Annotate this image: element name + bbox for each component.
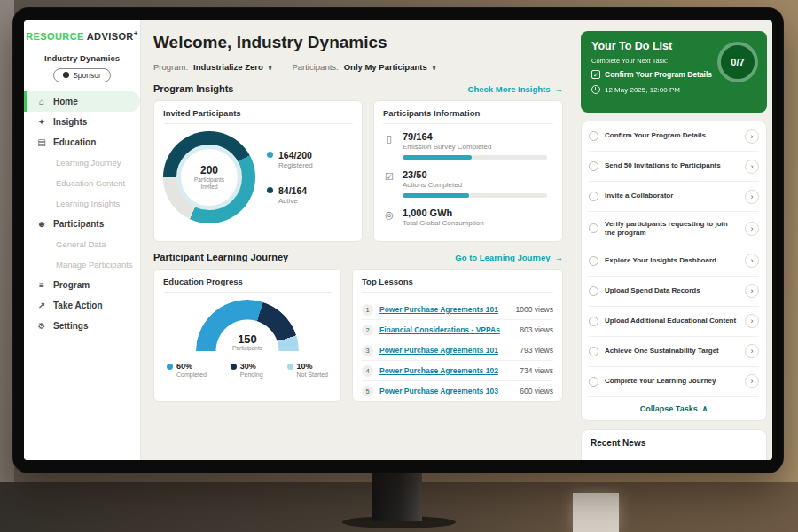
legend-text: 30% Pending — [240, 362, 263, 378]
consumption-icon: ◎ — [383, 209, 395, 221]
sidebar-item-learning-journey[interactable]: Learning Journey — [24, 153, 140, 173]
lesson-rank-badge: 5 — [362, 386, 373, 397]
sidebar-item-label: Education — [53, 137, 96, 147]
task-checkbox[interactable] — [589, 161, 598, 171]
donut-legend: 164/200 Registered 84/164 Active — [267, 150, 313, 205]
lesson-title-link[interactable]: Power Purchase Agreements 101 — [379, 305, 509, 314]
todo-due-date: 12 May 2025, 12:00 PM — [591, 85, 756, 94]
chevron-right-icon[interactable]: › — [745, 160, 759, 174]
legend-text: 164/200 Registered — [278, 150, 313, 169]
lesson-title-link[interactable]: Financial Considerations - VPPAs — [379, 325, 513, 334]
lesson-views: 1000 views — [515, 305, 553, 314]
todo-task-row[interactable]: Achieve One Sustainability Target › — [589, 337, 759, 367]
sidebar-item-manage-participants[interactable]: Manage Participants — [24, 254, 140, 275]
lessons-list: 1 Power Purchase Agreements 101 1000 vie… — [362, 300, 553, 401]
sidebar-item-education[interactable]: ▤ Education — [24, 132, 140, 153]
top-lessons-card: Top Lessons 1 Power Purchase Agreements … — [352, 269, 563, 402]
sidebar-item-general-data[interactable]: General Data — [24, 234, 140, 254]
legend-item: 164/200 Registered — [267, 150, 313, 169]
sidebar: RESOURCEADVISOR+ Industry Dynamics Spons… — [24, 20, 141, 460]
task-checkbox[interactable] — [589, 347, 598, 356]
stat-row: ▯ 79/164 Emission Survey Completed — [383, 131, 553, 160]
sidebar-item-label: Settings — [53, 321, 88, 331]
sponsor-badge[interactable]: Sponsor — [53, 68, 111, 82]
sidebar-item-label: General Data — [56, 239, 106, 249]
task-checkbox[interactable] — [589, 317, 598, 326]
page-title: Welcome, Industry Dynamics — [153, 33, 563, 52]
todo-next-task[interactable]: ✓ Confirm Your Program Details — [591, 70, 720, 79]
donut-center: 200 Participants Invited — [176, 145, 242, 210]
todo-task-row[interactable]: Verify participants requesting to join t… — [589, 212, 759, 246]
sidebar-item-participants[interactable]: ☻ Participants — [24, 214, 140, 234]
todo-task-row[interactable]: Upload Spend Data Records › — [589, 277, 759, 307]
gauge-center-label: Participants — [196, 345, 299, 351]
sidebar-item-education-content[interactable]: Education Content — [24, 173, 140, 193]
collapse-label: Collapse Tasks — [640, 404, 698, 413]
main-content: Welcome, Industry Dynamics Program: Indu… — [141, 20, 575, 460]
stat-progress-bar — [403, 155, 547, 160]
sidebar-item-home[interactable]: ⌂ Home — [24, 91, 140, 112]
go-to-learning-journey-link[interactable]: Go to Learning Journey → — [455, 253, 563, 262]
learning-cards-row: Education Progress 150 Participants — [153, 269, 563, 402]
lesson-title-link[interactable]: Power Purchase Agreements 103 — [379, 387, 513, 395]
program-filter-dropdown[interactable]: Industrialize Zero ∨ — [193, 62, 272, 72]
program-insights-header: Program Insights Check More Insights → — [153, 83, 563, 94]
logo-primary: RESOURCE — [26, 31, 84, 42]
invited-participants-card: Invited Participants 200 Participants In… — [153, 100, 363, 242]
chevron-right-icon[interactable]: › — [745, 284, 759, 298]
task-checkbox[interactable] — [589, 192, 598, 201]
sidebar-item-label: Participants — [53, 219, 104, 229]
task-checkbox[interactable] — [589, 377, 598, 387]
task-checkbox[interactable] — [589, 286, 598, 296]
sidebar-item-label: Program — [53, 280, 90, 290]
lesson-row: 5 Power Purchase Agreements 103 600 view… — [362, 381, 553, 401]
legend-label: Pending — [240, 372, 263, 378]
lesson-title-link[interactable]: Power Purchase Agreements 102 — [379, 366, 513, 375]
actions-icon: ☑ — [383, 171, 395, 183]
sidebar-item-settings[interactable]: ⚙ Settings — [24, 316, 140, 336]
todo-task-row[interactable]: Invite a Collaborator › — [589, 182, 759, 212]
legend-value: 84/164 — [278, 185, 307, 196]
sponsor-icon — [63, 72, 69, 78]
todo-task-row[interactable]: Complete Your Learning Journey › — [589, 367, 759, 397]
lesson-title-link[interactable]: Power Purchase Agreements 101 — [379, 346, 513, 355]
check-more-insights-link[interactable]: Check More Insights → — [468, 84, 563, 94]
card-title: Top Lessons — [362, 277, 553, 293]
arrow-right-icon: → — [555, 253, 564, 262]
todo-task-row[interactable]: Confirm Your Program Details › — [589, 121, 759, 152]
stat-label: Emission Survey Completed — [403, 143, 553, 151]
sidebar-item-take-action[interactable]: ↗ Take Action — [24, 295, 140, 316]
chevron-right-icon[interactable]: › — [745, 314, 759, 328]
todo-task-row[interactable]: Explore Your Insights Dashboard › — [589, 246, 759, 277]
program-filter-value: Industrialize Zero — [193, 62, 263, 72]
collapse-tasks-link[interactable]: Collapse Tasks ∧ — [589, 397, 759, 417]
task-checkbox[interactable] — [589, 223, 598, 233]
stat-row: ◎ 1,000 GWh Total Global Consumption — [383, 207, 553, 227]
legend-text: 60% Completed — [176, 362, 207, 378]
chevron-right-icon[interactable]: › — [745, 222, 759, 236]
monitor-bezel: RESOURCEADVISOR+ Industry Dynamics Spons… — [12, 7, 784, 473]
program-icon: ≡ — [36, 280, 47, 290]
lesson-rank-badge: 4 — [362, 365, 373, 377]
desk-object — [573, 493, 619, 532]
sidebar-item-label: Manage Participants — [56, 260, 133, 270]
participants-filter-dropdown[interactable]: Only My Participants ∨ — [344, 62, 437, 72]
chevron-right-icon[interactable]: › — [745, 344, 759, 358]
task-checkbox[interactable] — [589, 131, 598, 141]
task-checkbox[interactable] — [589, 256, 598, 266]
stat-value: 79/164 — [403, 131, 553, 142]
task-label: Explore Your Insights Dashboard — [605, 256, 739, 265]
chevron-right-icon[interactable]: › — [745, 254, 759, 268]
sidebar-item-learning-insights[interactable]: Learning Insights — [24, 193, 140, 214]
lesson-row: 3 Power Purchase Agreements 101 793 view… — [362, 340, 553, 361]
chevron-right-icon[interactable]: › — [745, 190, 759, 204]
chevron-right-icon[interactable]: › — [745, 129, 759, 144]
invited-chart-area: 200 Participants Invited 164/200 Registe… — [163, 131, 353, 223]
sidebar-item-label: Learning Journey — [56, 158, 121, 168]
sidebar-item-insights[interactable]: ✦ Insights — [24, 112, 140, 132]
todo-task-row[interactable]: Send 50 Invitations to Participants › — [589, 152, 759, 182]
learning-journey-title: Participant Learning Journey — [153, 252, 288, 262]
todo-task-row[interactable]: Upload Additional Educational Content › — [589, 307, 759, 337]
sidebar-item-program[interactable]: ≡ Program — [24, 275, 140, 295]
chevron-right-icon[interactable]: › — [745, 374, 759, 388]
